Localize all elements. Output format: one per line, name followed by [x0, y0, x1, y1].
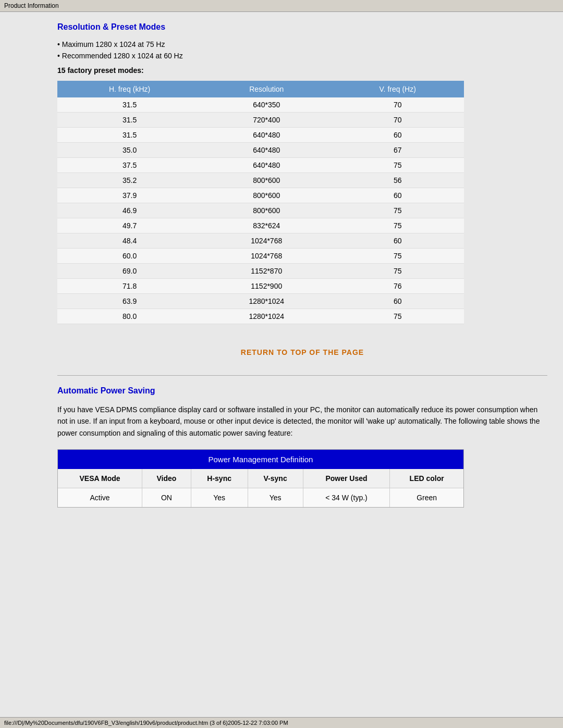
table-cell: 832*624	[202, 218, 331, 233]
table-cell: 800*600	[202, 188, 331, 203]
table-cell: 70	[331, 97, 464, 113]
table-row: 37.9800*60060	[57, 188, 464, 203]
table-cell: 35.2	[57, 173, 202, 188]
table-cell: 31.5	[57, 128, 202, 143]
col-video: Video	[142, 469, 191, 488]
table-row: 71.81152*90076	[57, 279, 464, 294]
power-table-wrapper: Power Management Definition VESA Mode Vi…	[57, 449, 464, 508]
table-cell: 37.5	[57, 158, 202, 173]
bottom-bar-label: file:///D|/My%20Documents/dfu/190V6FB_V3…	[4, 720, 288, 726]
col-vfreq: V. freq (Hz)	[331, 81, 464, 97]
table-cell: 71.8	[57, 279, 202, 294]
power-section-title: Automatic Power Saving	[57, 386, 547, 396]
table-cell: Green	[390, 488, 463, 508]
table-cell: 1280*1024	[202, 294, 331, 309]
table-cell: 1024*768	[202, 249, 331, 264]
table-cell: 800*600	[202, 173, 331, 188]
table-row: 69.01152*87075	[57, 264, 464, 279]
table-row: 80.01280*102475	[57, 309, 464, 324]
col-hfreq: H. freq (kHz)	[57, 81, 202, 97]
table-row: 35.2800*60056	[57, 173, 464, 188]
col-vsync: V-sync	[248, 469, 303, 488]
factory-preset-label: 15 factory preset modes:	[57, 66, 547, 75]
table-cell: 60	[331, 188, 464, 203]
power-table-title: Power Management Definition	[58, 450, 463, 469]
table-cell: 640*350	[202, 97, 331, 113]
top-bar-label: Product Information	[4, 2, 59, 9]
table-row: 35.0640*48067	[57, 143, 464, 158]
table-row: 48.41024*76860	[57, 233, 464, 249]
table-cell: 640*480	[202, 143, 331, 158]
table-cell: 48.4	[57, 233, 202, 249]
resolution-section-title: Resolution & Preset Modes	[57, 22, 547, 32]
table-cell: 75	[331, 264, 464, 279]
table-cell: 1152*870	[202, 264, 331, 279]
table-cell: 60.0	[57, 249, 202, 264]
table-cell: 75	[331, 203, 464, 218]
bottom-bar: file:///D|/My%20Documents/dfu/190V6FB_V3…	[0, 717, 563, 728]
table-row: 46.9800*60075	[57, 203, 464, 218]
table-cell: 1152*900	[202, 279, 331, 294]
table-row: 31.5640*35070	[57, 97, 464, 113]
col-resolution: Resolution	[202, 81, 331, 97]
main-content: Resolution & Preset Modes Maximum 1280 x…	[0, 12, 563, 721]
bullet-item-2: Recommended 1280 x 1024 at 60 Hz	[57, 52, 547, 60]
table-cell: 35.0	[57, 143, 202, 158]
table-row: 31.5720*40070	[57, 113, 464, 128]
table-cell: 31.5	[57, 97, 202, 113]
table-cell: 63.9	[57, 294, 202, 309]
preset-table-header-row: H. freq (kHz) Resolution V. freq (Hz)	[57, 81, 464, 97]
table-cell: 69.0	[57, 264, 202, 279]
top-bar: Product Information	[0, 0, 563, 12]
table-cell: 49.7	[57, 218, 202, 233]
preset-table: H. freq (kHz) Resolution V. freq (Hz) 31…	[57, 81, 464, 324]
table-cell: 1024*768	[202, 233, 331, 249]
return-to-top-link[interactable]: RETURN TO TOP OF THE PAGE	[57, 340, 547, 365]
power-table: VESA Mode Video H-sync V-sync Power Used…	[58, 469, 463, 507]
table-cell: Active	[58, 488, 142, 508]
col-power-used: Power Used	[303, 469, 390, 488]
power-description: If you have VESA DPMS compliance display…	[57, 404, 547, 439]
table-cell: 75	[331, 309, 464, 324]
table-cell: Yes	[191, 488, 248, 508]
table-cell: 80.0	[57, 309, 202, 324]
table-cell: 60	[331, 128, 464, 143]
table-row: 63.91280*102460	[57, 294, 464, 309]
table-cell: 56	[331, 173, 464, 188]
table-cell: 75	[331, 158, 464, 173]
table-cell: 67	[331, 143, 464, 158]
table-cell: Yes	[248, 488, 303, 508]
table-cell: 31.5	[57, 113, 202, 128]
bullet-item-1: Maximum 1280 x 1024 at 75 Hz	[57, 40, 547, 48]
table-cell: 70	[331, 113, 464, 128]
table-cell: 75	[331, 218, 464, 233]
bullet-list: Maximum 1280 x 1024 at 75 Hz Recommended…	[57, 40, 547, 60]
table-cell: 75	[331, 249, 464, 264]
table-cell: 800*600	[202, 203, 331, 218]
table-cell: 46.9	[57, 203, 202, 218]
col-hsync: H-sync	[191, 469, 248, 488]
table-cell: ON	[142, 488, 191, 508]
col-led-color: LED color	[390, 469, 463, 488]
col-vesa-mode: VESA Mode	[58, 469, 142, 488]
table-cell: 60	[331, 294, 464, 309]
table-cell: 720*400	[202, 113, 331, 128]
table-cell: 1280*1024	[202, 309, 331, 324]
table-row: 49.7832*62475	[57, 218, 464, 233]
table-cell: < 34 W (typ.)	[303, 488, 390, 508]
table-row: ActiveONYesYes< 34 W (typ.)Green	[58, 488, 463, 508]
table-cell: 60	[331, 233, 464, 249]
table-row: 37.5640*48075	[57, 158, 464, 173]
table-cell: 640*480	[202, 128, 331, 143]
table-row: 60.01024*76875	[57, 249, 464, 264]
table-cell: 76	[331, 279, 464, 294]
table-cell: 37.9	[57, 188, 202, 203]
table-cell: 640*480	[202, 158, 331, 173]
table-row: 31.5640*48060	[57, 128, 464, 143]
power-table-header-row: VESA Mode Video H-sync V-sync Power Used…	[58, 469, 463, 488]
section-divider	[57, 375, 547, 376]
